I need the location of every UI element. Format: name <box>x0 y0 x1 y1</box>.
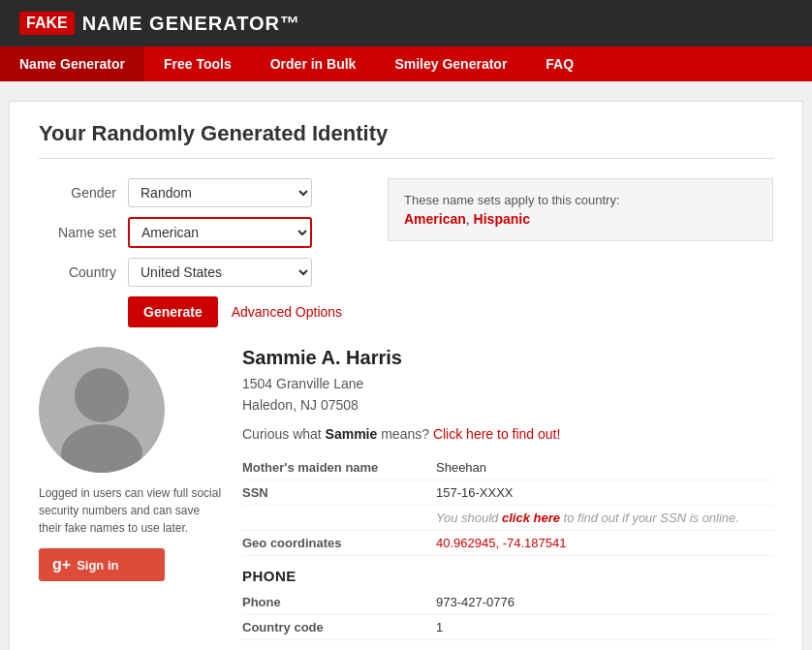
site-title: NAME GENERATOR™ <box>82 13 300 35</box>
person-name: Sammie A. Harris <box>242 347 773 369</box>
nav-free-tools[interactable]: Free Tools <box>144 46 251 81</box>
ssn-label: SSN <box>242 485 436 500</box>
person-address: 1504 Granville Lane Haledon, NJ 07508 <box>242 373 773 417</box>
form-fields: Gender Random Male Female Name set Ameri… <box>39 178 368 327</box>
phone-section-header: PHONE <box>242 568 773 584</box>
fake-badge: FAKE <box>19 12 75 35</box>
meaning-prefix: Curious what <box>242 426 326 442</box>
advanced-options-link[interactable]: Advanced Options <box>232 304 342 320</box>
ssn-note-row: You should click here to find out if you… <box>242 506 773 531</box>
main-content: Your Randomly Generated Identity Gender … <box>9 101 803 650</box>
google-signin-button[interactable]: g+ Sign in <box>39 548 165 581</box>
address-line2: Haledon, NJ 07508 <box>242 397 359 413</box>
phone-label: Phone <box>242 595 436 609</box>
ssn-check-link[interactable]: click here <box>502 511 560 525</box>
signin-label: Sign in <box>77 558 118 573</box>
gplus-icon: g+ <box>52 556 71 573</box>
svg-point-0 <box>75 368 129 422</box>
form-actions: Generate Advanced Options <box>39 296 368 327</box>
nameset-hispanic-link[interactable]: Hispanic <box>474 211 530 227</box>
details-table: Mother's maiden name Sheehan SSN 157-16-… <box>242 455 773 556</box>
maiden-name-row: Mother's maiden name Sheehan <box>242 455 773 480</box>
geo-value: 40.962945, -74.187541 <box>436 536 773 550</box>
ssn-note-value: You should click here to find out if you… <box>436 511 773 525</box>
nameset-american-link[interactable]: American <box>404 211 466 227</box>
ssn-row: SSN 157-16-XXXX <box>242 480 773 506</box>
meaning-link[interactable]: Click here to find out! <box>433 426 561 442</box>
gender-row: Gender Random Male Female <box>39 178 368 207</box>
ssn-note-label <box>242 511 436 525</box>
meaning-suffix: means? <box>377 426 429 442</box>
nameset-row: Name set American Hispanic European <box>39 217 368 248</box>
maiden-name-label: Mother's maiden name <box>242 460 436 475</box>
site-header: FAKE NAME GENERATOR™ <box>0 0 812 46</box>
geo-row: Geo coordinates 40.962945, -74.187541 <box>242 531 773 556</box>
svg-point-1 <box>61 424 142 473</box>
maiden-name-value: Sheehan <box>436 460 773 475</box>
form-section: Gender Random Male Female Name set Ameri… <box>39 178 773 327</box>
nameset-separator: , <box>466 211 474 227</box>
meaning-name: Sammie <box>326 426 378 442</box>
ssn-value: 157-16-XXXX <box>436 485 773 500</box>
meaning-line: Curious what Sammie means? Click here to… <box>242 426 773 442</box>
address-line1: 1504 Granville Lane <box>242 376 363 391</box>
name-sets-info-box: These name sets apply to this country: A… <box>388 178 773 241</box>
phone-table: Phone 973-427-0776 Country code 1 <box>242 590 773 640</box>
gender-label: Gender <box>39 185 116 201</box>
main-nav: Name Generator Free Tools Order in Bulk … <box>0 46 812 81</box>
nav-name-generator[interactable]: Name Generator <box>0 46 144 81</box>
identity-section: Logged in users can view full social sec… <box>39 347 773 640</box>
nav-faq[interactable]: FAQ <box>526 46 593 81</box>
country-code-row: Country code 1 <box>242 615 773 640</box>
nav-smiley-generator[interactable]: Smiley Generator <box>375 46 526 81</box>
avatar-silhouette <box>39 347 165 473</box>
geo-label: Geo coordinates <box>242 536 436 550</box>
country-label: Country <box>39 264 116 280</box>
ssn-note-prefix: You should <box>436 511 502 525</box>
avatar-column: Logged in users can view full social sec… <box>39 347 223 640</box>
country-code-value: 1 <box>436 620 773 635</box>
login-note: Logged in users can view full social sec… <box>39 484 223 537</box>
nameset-select[interactable]: American Hispanic European <box>128 217 312 248</box>
page-title: Your Randomly Generated Identity <box>39 121 773 159</box>
nameset-label: Name set <box>39 225 116 240</box>
nav-order-bulk[interactable]: Order in Bulk <box>251 46 376 81</box>
gender-select[interactable]: Random Male Female <box>128 178 312 207</box>
avatar <box>39 347 165 473</box>
phone-value: 973-427-0776 <box>436 595 773 609</box>
country-select[interactable]: United States Canada United Kingdom <box>128 258 312 287</box>
country-row: Country United States Canada United King… <box>39 258 368 287</box>
generate-button[interactable]: Generate <box>128 296 218 327</box>
identity-details: Sammie A. Harris 1504 Granville Lane Hal… <box>242 347 773 640</box>
phone-row: Phone 973-427-0776 <box>242 590 773 615</box>
ssn-note-suffix: to find out if your SSN is online. <box>560 511 739 525</box>
country-code-label: Country code <box>242 620 436 635</box>
name-sets-description: These name sets apply to this country: <box>404 193 757 207</box>
